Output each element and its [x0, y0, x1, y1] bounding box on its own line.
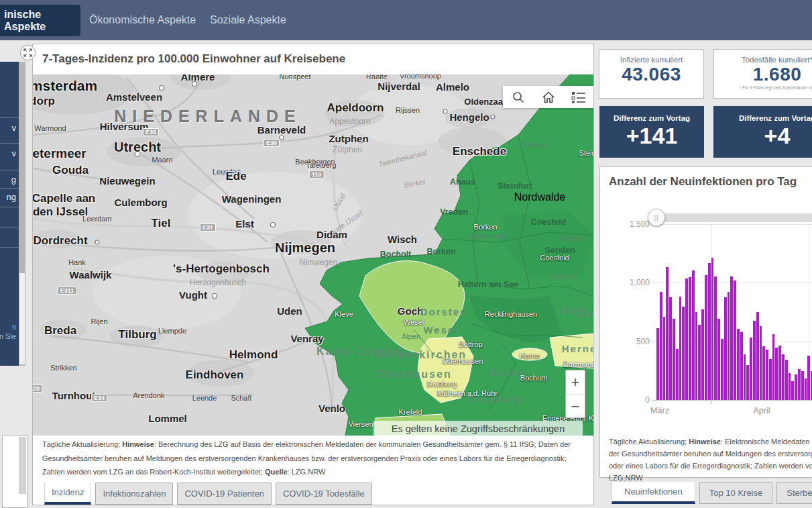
footnote-text: Tägliche Aktualisierung;: [42, 440, 122, 448]
footnote-bold: Hinweise: [122, 440, 154, 448]
bar: [728, 292, 730, 400]
map-label: Eindhoven: [186, 368, 244, 382]
map-title: 7-Tages-Inzidenz pro 100.000 Einwohner a…: [42, 52, 345, 66]
zoom-out-button[interactable]: −: [566, 395, 585, 419]
tab-label: inische Aspekte: [4, 9, 80, 33]
menu-divider: [0, 170, 19, 170]
bar: [760, 326, 762, 400]
bar: [801, 371, 804, 400]
sidebar-item-clipped[interactable]: en Sie: [0, 332, 16, 340]
map-home-button[interactable]: [540, 89, 557, 105]
panel-expand-button[interactable]: [20, 45, 36, 60]
map-label: Haltern am See: [458, 280, 518, 289]
menu-divider: [0, 247, 19, 248]
tab-medizinische-aspekte[interactable]: inische Aspekte: [0, 5, 80, 36]
sidebar-item-clipped[interactable]: v: [12, 148, 17, 158]
clipped-side-panel: [2, 435, 27, 508]
zoom-in-button[interactable]: +: [566, 370, 585, 395]
map-label: Nijmegen: [275, 240, 335, 256]
stat-value: 43.063: [599, 64, 703, 85]
map-label: Duisburg: [467, 393, 522, 405]
map-label: Oldenzaal: [464, 97, 505, 107]
map-label: Nunspeet: [279, 74, 310, 81]
tab-soziale-aspekte[interactable]: Soziale Aspekte: [210, 0, 286, 40]
map-label: Recklinghausen: [485, 310, 537, 318]
map-label: Tafelberg: [306, 161, 336, 169]
sidebar-item-clipped[interactable]: ng: [7, 192, 16, 202]
incidence-map-card: 7-Tages-Inzidenz pro 100.000 Einwohner a…: [32, 44, 594, 505]
legend-list-icon: [571, 91, 586, 104]
map-label: Leerdam: [82, 215, 111, 223]
map-label: Zütphen: [333, 145, 362, 154]
map-label: Herne: [562, 343, 593, 354]
map-label: Nieuwegein: [99, 175, 155, 187]
map-label: Waalwijk: [70, 269, 112, 281]
menu-divider: [0, 143, 19, 144]
bar: [789, 373, 791, 400]
map-canvas[interactable]: msterdamdorpAmstelveenAlmereNunspeetRaal…: [33, 74, 593, 436]
x-tick-label: März: [640, 406, 680, 415]
tab-oekonomische-aspekte[interactable]: Ökonomische Aspekte: [89, 0, 196, 40]
road-shield: 110: [309, 170, 325, 179]
tab-covid19-patienten[interactable]: COVID-19 Patienten: [177, 482, 272, 505]
tab-neuinfektionen[interactable]: Neuinfektionen: [612, 482, 695, 504]
bar: [791, 381, 794, 400]
stat-label: Todesfälle kumuliert*: [714, 56, 812, 64]
bar: [744, 354, 746, 400]
map-label: Dortmund: [563, 360, 593, 368]
map-label: Wageningen: [222, 193, 282, 205]
time-slider-handle[interactable]: ||: [648, 209, 665, 226]
sidebar-item-clipped[interactable]: g: [11, 174, 16, 185]
tab-inzidenz[interactable]: Inzidenz: [44, 482, 91, 505]
bar: [669, 297, 672, 400]
bar: [766, 350, 768, 400]
sidebar-item-clipped[interactable]: v: [12, 123, 17, 133]
map-label: Tiel: [152, 217, 171, 230]
map-label: Krefeld: [399, 408, 422, 416]
bar: [721, 339, 723, 400]
bars: [656, 224, 812, 400]
map-label: Uden: [277, 305, 302, 317]
sidebar-menu-clipped[interactable]: vvgngnen Sie: [0, 62, 19, 366]
scrollbar-thumb[interactable]: [19, 273, 25, 364]
map-label: Amstelveen: [106, 91, 162, 103]
side-panel-scrollbar[interactable]: [19, 437, 26, 494]
time-slider-track[interactable]: [656, 213, 812, 222]
map-legend-button[interactable]: [571, 89, 587, 105]
map-label: Enschede: [453, 145, 506, 158]
road-shield: E311: [58, 287, 77, 295]
map-search-button[interactable]: [510, 89, 526, 105]
bar: [666, 267, 669, 400]
map-label: Hengelo: [449, 111, 489, 123]
map-label: Almelo: [436, 81, 469, 93]
stat-diff-deaths: Differenz zum Vortag +4: [713, 106, 812, 158]
map-label: Wisch: [388, 234, 417, 245]
map-label: Nimwegen: [300, 258, 338, 267]
tab-sterbefaelle[interactable]: Sterbefälle: [776, 482, 812, 504]
bar: [708, 263, 711, 400]
map-label: Winterswijk: [469, 232, 507, 240]
map-label: Dülmen: [550, 272, 576, 281]
map-label: Coesfeld: [531, 217, 567, 227]
map-label: Herzogenbusch: [190, 278, 246, 287]
map-label: Venray: [290, 333, 323, 344]
tab-covid19-todesfaelle[interactable]: COVID-19 Todesfälle: [276, 482, 372, 505]
map-label: 's-Hertogenbosch: [173, 262, 270, 276]
footnote-bold: Hinweise: [689, 438, 721, 446]
stat-diff-cases: Differenz zum Vortag +141: [599, 106, 704, 158]
bar: [762, 346, 765, 400]
sidebar-item-clipped[interactable]: n: [12, 323, 16, 331]
map-label: Rijssen: [396, 106, 420, 114]
x-axis: [652, 400, 812, 401]
tab-top-10-kreise[interactable]: Top 10 Kreise: [699, 482, 773, 504]
search-icon: [512, 91, 525, 104]
tab-infektionszahlen[interactable]: Infektionszahlen: [95, 482, 173, 505]
map-label: Lommel: [148, 413, 187, 424]
map-label: Tilburg: [118, 328, 156, 342]
map-bottom-tabs: Inzidenz Infektionszahlen COVID-19 Patie…: [44, 482, 372, 505]
bar: [682, 307, 685, 400]
sidebar-scrollbar[interactable]: [19, 62, 25, 366]
map-label: Dordrecht: [33, 234, 87, 248]
map-label: Borken: [426, 247, 455, 256]
map-label: Coesfeld: [540, 254, 569, 262]
